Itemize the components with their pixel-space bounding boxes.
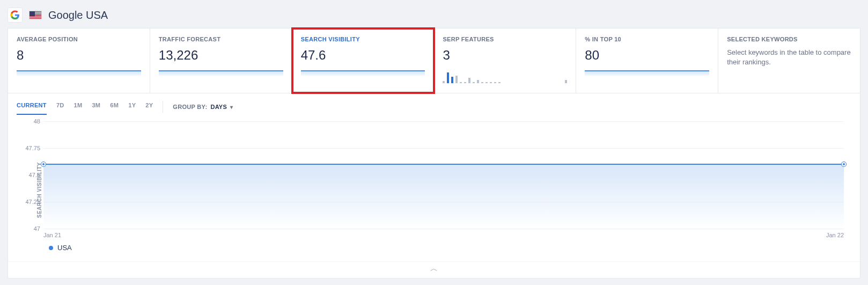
y-tick-label: 47 [21,225,40,232]
gridline [43,148,844,149]
legend-swatch [49,246,53,250]
chart-data-point[interactable] [842,162,846,166]
google-logo-icon [8,8,23,23]
group-by-value: DAYS [210,104,227,110]
card-value: 8 [17,48,141,63]
range-tab-3m[interactable]: 3M [92,99,100,115]
sparkline [159,70,283,76]
x-tick-label: Jan 22 [826,232,844,238]
range-tab-current[interactable]: CURRENT [17,99,47,115]
card-pct-top10[interactable]: % IN TOP 10 80 [576,28,718,93]
chart-legend: USA [24,229,844,256]
card-label: SEARCH VISIBILITY [301,36,425,42]
chevron-up-icon: ︿ [430,264,438,273]
chart-data-point[interactable] [41,162,46,166]
page-title: Google USA [48,9,108,21]
chart-y-axis-title: SEARCH VISIBILITY [36,162,42,217]
main-panel: AVERAGE POSITION 8 TRAFFIC FORECAST 13,2… [8,28,860,279]
metric-cards-row: AVERAGE POSITION 8 TRAFFIC FORECAST 13,2… [8,28,860,93]
sparkline [301,70,425,76]
group-by-dropdown[interactable]: GROUP BY: DAYS ▾ [173,104,233,110]
card-value: 3 [443,48,567,63]
y-tick-label: 47.25 [21,199,40,205]
card-label: AVERAGE POSITION [17,36,141,42]
card-hint: Select keywords in the table to compare … [727,48,851,67]
x-tick-label: Jan 21 [43,232,61,238]
divider [163,101,163,113]
range-tab-2y[interactable]: 2Y [145,99,153,115]
serp-bars [443,70,567,83]
gridline [43,229,844,229]
chart-controls: CURRENT 7D 1M 3M 6M 1Y 2Y GROUP BY: DAYS… [8,93,860,118]
chart-line [43,164,844,165]
card-label: % IN TOP 10 [585,36,709,42]
card-serp-features[interactable]: SERP FEATURES 3 [434,28,576,93]
y-tick-label: 47.75 [21,145,40,151]
card-value: 47.6 [301,48,425,63]
chart-area: SEARCH VISIBILITY 4747.2547.547.7548Jan … [8,118,860,261]
range-tab-7d[interactable]: 7D [56,99,64,115]
chart-area-fill [43,164,844,229]
collapse-chevron[interactable]: ︿ [8,261,860,278]
range-tab-1m[interactable]: 1M [74,99,83,115]
usa-flag-icon [29,11,42,19]
card-label: SERP FEATURES [443,36,567,42]
card-traffic-forecast[interactable]: TRAFFIC FORECAST 13,226 [150,28,292,93]
group-by-label: GROUP BY: [173,104,207,110]
sparkline [17,70,141,76]
y-tick-label: 48 [21,118,40,125]
card-average-position[interactable]: AVERAGE POSITION 8 [8,28,150,93]
card-value: 80 [585,48,709,63]
card-search-visibility[interactable]: SEARCH VISIBILITY 47.6 [292,28,435,93]
range-tabs: CURRENT 7D 1M 3M 6M 1Y 2Y [17,99,153,115]
card-selected-keywords: SELECTED KEYWORDS Select keywords in the… [718,28,860,93]
legend-item-usa[interactable]: USA [49,244,72,252]
range-tab-1y[interactable]: 1Y [128,99,136,115]
page-header: Google USA [0,0,868,28]
range-tab-6m[interactable]: 6M [110,99,119,115]
card-value: 13,226 [159,48,283,63]
gridline [43,121,844,122]
y-tick-label: 47.5 [21,172,40,178]
card-label: TRAFFIC FORECAST [159,36,283,42]
legend-label: USA [57,244,72,252]
sparkline [585,70,709,76]
card-label: SELECTED KEYWORDS [727,36,851,42]
chart-plot: 4747.2547.547.7548Jan 21Jan 22 [43,121,844,229]
chevron-down-icon: ▾ [230,104,233,110]
